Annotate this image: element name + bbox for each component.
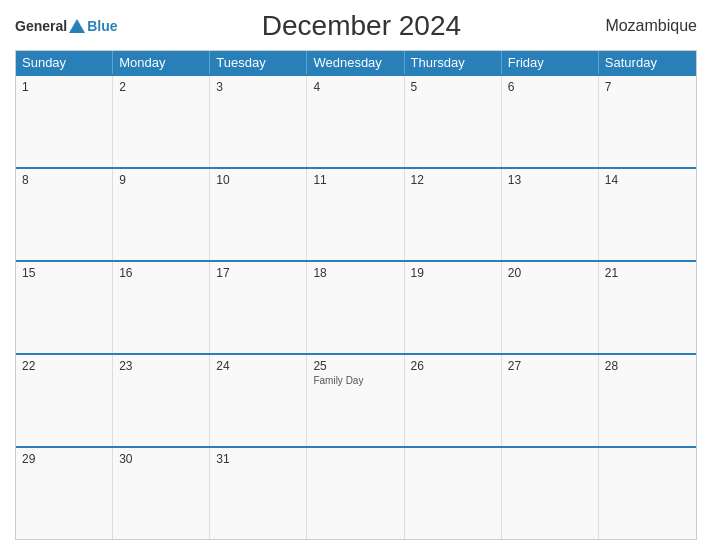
day-cell: 27 [502,355,599,446]
day-header-sunday: Sunday [16,51,113,74]
day-number: 26 [411,359,495,373]
day-number: 20 [508,266,592,280]
day-header-friday: Friday [502,51,599,74]
day-number: 27 [508,359,592,373]
day-number: 3 [216,80,300,94]
day-cell [307,448,404,539]
day-cell: 4 [307,76,404,167]
day-cell [405,448,502,539]
day-headers-row: SundayMondayTuesdayWednesdayThursdayFrid… [16,51,696,74]
day-cell: 12 [405,169,502,260]
day-cell: 1 [16,76,113,167]
day-cell: 11 [307,169,404,260]
day-cell: 19 [405,262,502,353]
day-number: 17 [216,266,300,280]
day-cell: 6 [502,76,599,167]
weeks-container: 1234567891011121314151617181920212223242… [16,74,696,539]
day-cell: 20 [502,262,599,353]
week-row-5: 293031 [16,446,696,539]
logo: General Blue [15,18,117,34]
day-number: 28 [605,359,690,373]
day-number: 2 [119,80,203,94]
day-number: 14 [605,173,690,187]
day-header-thursday: Thursday [405,51,502,74]
day-header-monday: Monday [113,51,210,74]
day-number: 31 [216,452,300,466]
day-cell: 16 [113,262,210,353]
day-cell: 8 [16,169,113,260]
week-row-4: 22232425Family Day262728 [16,353,696,446]
day-number: 21 [605,266,690,280]
day-number: 10 [216,173,300,187]
day-number: 24 [216,359,300,373]
day-cell: 10 [210,169,307,260]
day-cell: 15 [16,262,113,353]
day-number: 25 [313,359,397,373]
calendar-grid: SundayMondayTuesdayWednesdayThursdayFrid… [15,50,697,540]
day-cell: 26 [405,355,502,446]
country-label: Mozambique [605,17,697,35]
day-number: 1 [22,80,106,94]
day-number: 12 [411,173,495,187]
day-cell: 2 [113,76,210,167]
day-cell: 5 [405,76,502,167]
day-header-wednesday: Wednesday [307,51,404,74]
day-number: 4 [313,80,397,94]
day-cell: 17 [210,262,307,353]
day-number: 11 [313,173,397,187]
day-cell [599,448,696,539]
day-cell: 29 [16,448,113,539]
calendar-container: General Blue December 2024 Mozambique Su… [0,0,712,550]
day-cell: 25Family Day [307,355,404,446]
calendar-header: General Blue December 2024 Mozambique [15,10,697,42]
week-row-3: 15161718192021 [16,260,696,353]
day-cell: 18 [307,262,404,353]
day-number: 13 [508,173,592,187]
day-number: 22 [22,359,106,373]
logo-blue-text: Blue [87,18,117,34]
logo-triangle-icon [69,19,85,33]
day-number: 23 [119,359,203,373]
day-number: 29 [22,452,106,466]
week-row-2: 891011121314 [16,167,696,260]
day-cell: 31 [210,448,307,539]
day-number: 18 [313,266,397,280]
day-cell: 23 [113,355,210,446]
day-cell: 22 [16,355,113,446]
day-number: 30 [119,452,203,466]
day-number: 5 [411,80,495,94]
day-number: 7 [605,80,690,94]
holiday-label: Family Day [313,375,397,386]
day-cell: 14 [599,169,696,260]
day-header-tuesday: Tuesday [210,51,307,74]
day-number: 6 [508,80,592,94]
day-cell [502,448,599,539]
day-header-saturday: Saturday [599,51,696,74]
day-number: 16 [119,266,203,280]
day-cell: 9 [113,169,210,260]
day-number: 8 [22,173,106,187]
week-row-1: 1234567 [16,74,696,167]
calendar-title: December 2024 [262,10,461,42]
day-cell: 7 [599,76,696,167]
day-number: 19 [411,266,495,280]
day-cell: 21 [599,262,696,353]
day-cell: 3 [210,76,307,167]
day-number: 15 [22,266,106,280]
day-number: 9 [119,173,203,187]
day-cell: 13 [502,169,599,260]
day-cell: 28 [599,355,696,446]
day-cell: 24 [210,355,307,446]
day-cell: 30 [113,448,210,539]
logo-general-text: General [15,18,67,34]
